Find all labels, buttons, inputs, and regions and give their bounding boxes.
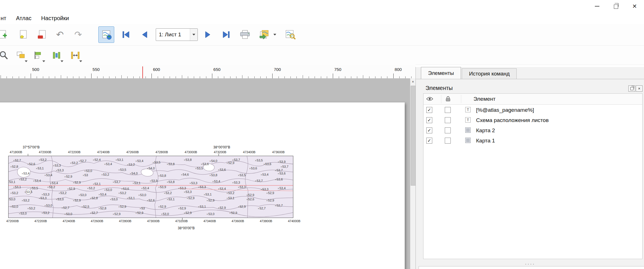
ruler-tick: [351, 76, 351, 78]
item-visibility-checkbox[interactable]: ✓: [426, 138, 432, 144]
spot-elevation-label: 53,6: [218, 168, 226, 171]
layout-item-row[interactable]: ✓TСхема расположения листов: [423, 115, 642, 125]
spot-elevation-label: 53,6: [249, 167, 257, 170]
item-visibility-checkbox[interactable]: ✓: [426, 107, 432, 113]
panel-splitter-handle[interactable]: ····: [416, 263, 644, 265]
next-feature-button[interactable]: [200, 27, 216, 43]
menu-item-settings[interactable]: Настройки: [36, 12, 74, 24]
map-grid-labels-bottom: 472000В472200В472400В472600В472800В47300…: [9, 219, 293, 224]
ruler-tick: [55, 76, 55, 78]
map-coordinate-top-left: 37°57'00"В: [23, 145, 40, 149]
spot-elevation-label: 52,9: [187, 196, 195, 200]
atlas-preview-toggle[interactable]: [98, 26, 114, 43]
chevron-down-icon: [79, 60, 82, 62]
canvas-vertical-scrollbar[interactable]: ▲: [410, 78, 416, 269]
map-coordinate-bottom: 38°00'00"В: [178, 226, 195, 230]
spot-elevation-label: 53,4: [98, 193, 106, 196]
export-pdf-button[interactable]: [34, 27, 49, 43]
undo-button[interactable]: ↶: [52, 27, 68, 43]
spot-elevation-label: 53,1: [227, 196, 234, 200]
spot-elevation-label: 53,3: [41, 193, 49, 196]
spot-elevation-label: 53,5: [238, 173, 246, 177]
next-feature-icon: [204, 30, 212, 39]
combo-dropdown-button[interactable]: [190, 29, 198, 41]
map-grid-label-top: 472000В: [39, 150, 51, 154]
add-from-template-button[interactable]: [15, 27, 31, 43]
new-layout-button[interactable]: [0, 27, 10, 43]
layout-item-row[interactable]: ✓T[%@atlas_pagename%]: [423, 105, 642, 115]
spot-elevation-label: 52,9: [113, 212, 121, 216]
spot-elevation-label: 53,8: [158, 174, 166, 177]
spot-elevation-label: 53,5: [24, 190, 32, 194]
atlas-page-combo[interactable]: 1: Лист 1: [156, 28, 198, 41]
ruler-tick: [37, 76, 37, 78]
layout-item-row[interactable]: ✓Карта 2: [423, 125, 642, 135]
item-lock-checkbox[interactable]: [445, 117, 451, 123]
first-feature-icon: [122, 30, 130, 39]
raise-items-button[interactable]: [13, 47, 28, 63]
map-item-icon: [465, 138, 471, 143]
ruler-tick: [25, 76, 25, 78]
spot-elevation-label: 52,9: [64, 175, 72, 178]
align-items-button[interactable]: [31, 47, 46, 63]
close-button[interactable]: ✕: [625, 0, 644, 12]
last-feature-button[interactable]: [219, 27, 234, 43]
layout-canvas[interactable]: 52,753,252,752,453,153,453,553,854,053,7…: [0, 78, 410, 269]
map-grid-label-bottom: 472000В: [6, 219, 19, 223]
menu-item-atlas[interactable]: Атлас: [11, 12, 36, 24]
spot-elevation-label: 52,6: [147, 199, 155, 202]
ruler-tick: [224, 76, 224, 78]
spot-elevation-label: 53,0: [56, 197, 64, 201]
spot-elevation-label: 53,5: [195, 167, 203, 170]
menu-item-layout-partial[interactable]: нт: [0, 12, 11, 24]
panel-close-button[interactable]: ✕: [636, 85, 643, 92]
spot-elevation-label: 53,5: [255, 159, 263, 162]
printer-icon: [240, 30, 250, 39]
item-lock-checkbox[interactable]: [445, 107, 451, 113]
scroll-up-arrow[interactable]: ▲: [410, 78, 416, 84]
spot-elevation-label: 53,4: [212, 180, 220, 183]
tab-elements[interactable]: Элементы: [421, 67, 461, 79]
item-visibility-checkbox[interactable]: ✓: [426, 127, 432, 133]
collapsed-panel-stub[interactable]: [419, 266, 644, 269]
restore-button[interactable]: [606, 0, 625, 12]
spot-elevation-label: 52,9: [266, 191, 274, 195]
ruler-tick: [218, 76, 218, 78]
atlas-settings-button[interactable]: [282, 27, 298, 43]
ruler-tick: [411, 76, 412, 78]
redo-button[interactable]: ↷: [70, 27, 86, 43]
map-grid-label-top: 471800В: [10, 150, 22, 154]
item-lock-checkbox[interactable]: [445, 127, 451, 133]
panel-float-button[interactable]: [628, 85, 635, 92]
spot-elevation-label: 53,2: [101, 173, 109, 176]
spot-elevation-label: 53,3: [184, 190, 192, 194]
spot-elevation-label: 53,4: [50, 181, 58, 185]
items-table-header: Элемент: [423, 94, 642, 105]
panel-tabs: Элементы История команд: [421, 67, 518, 79]
map-item[interactable]: 52,753,252,752,453,153,453,553,854,053,7…: [8, 156, 293, 218]
spot-elevation-label: 53,2: [41, 211, 49, 215]
print-atlas-button[interactable]: [237, 27, 253, 43]
item-lock-checkbox[interactable]: [445, 138, 451, 144]
first-feature-button[interactable]: [118, 27, 134, 43]
scrollbar-thumb[interactable]: [411, 86, 416, 186]
ruler-tick: [115, 76, 116, 78]
spot-elevation-label: 53,2: [19, 178, 27, 181]
zoom-tool-button[interactable]: [0, 47, 11, 63]
resize-items-button[interactable]: [68, 47, 83, 63]
item-visibility-checkbox[interactable]: ✓: [426, 117, 432, 123]
distribute-items-button[interactable]: [49, 47, 64, 63]
spot-elevation-label: 52,8: [98, 207, 106, 210]
export-atlas-dropdown[interactable]: [272, 27, 278, 43]
export-atlas-button[interactable]: [256, 27, 272, 43]
ruler-tick: [164, 76, 164, 78]
layout-page[interactable]: 52,753,252,752,453,153,453,553,854,053,7…: [0, 102, 405, 269]
layout-item-row[interactable]: ✓Карта 1: [423, 135, 642, 146]
spot-elevation-label: 53,2: [227, 191, 234, 195]
ruler-tick: [303, 75, 303, 78]
minimize-button[interactable]: [588, 0, 606, 12]
spot-elevation-label: 52,9: [229, 211, 237, 215]
previous-feature-button[interactable]: [137, 27, 152, 43]
spot-elevation-label: 52,7: [13, 159, 21, 162]
tab-command-history[interactable]: История команд: [462, 68, 517, 79]
